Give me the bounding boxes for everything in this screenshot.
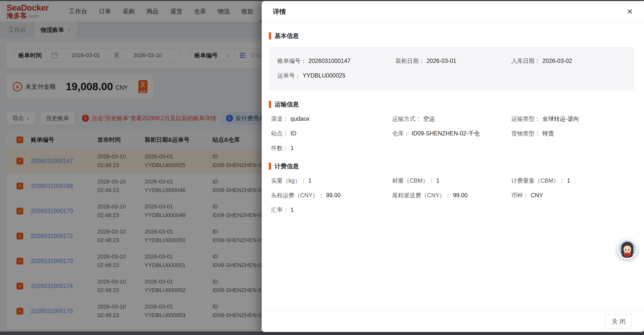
section-title: 基本信息 <box>275 32 299 40</box>
section-accent-bar <box>269 32 271 39</box>
section-accent-bar <box>269 163 271 170</box>
section-basic-info: 基本信息 <box>269 32 634 40</box>
field-inbound-date: 入库日期：2026-03-02 <box>511 57 629 65</box>
avatar-girl-illustration <box>618 240 636 258</box>
field-bill-no: 账单编号：2026031000147 <box>277 57 395 65</box>
field-transport-type: 运输类型：全球转运-逆向 <box>511 115 634 123</box>
detail-drawer: 详情 ✕ 基本信息 账单编号：2026031000147 装柜日期：2026-0… <box>262 1 644 332</box>
field-volume-weight: 材重（CBM）：1 <box>392 177 511 185</box>
drawer-footer: 关 闭 <box>262 311 644 332</box>
field-transport-mode: 运输方式：空运 <box>392 115 511 123</box>
section-transport-info: 运输信息 <box>269 100 634 108</box>
billing-info-grid: 实重（kg）：1 材重（CBM）：1 计费重量（CBM）：1 头程运费（CNY）… <box>271 177 634 214</box>
field-exchange-rate: 汇率：1 <box>271 206 392 214</box>
section-billing-info: 计费信息 <box>269 162 634 170</box>
field-actual-weight: 实重（kg）：1 <box>271 177 392 185</box>
field-chargeable-weight: 计费重量（CBM）：1 <box>511 177 634 185</box>
field-warehouse: 仓库：ID09-SHENZHEN-02-千仓 <box>392 130 511 137</box>
field-cargo-type: 货物类型：特货 <box>511 130 634 137</box>
field-site: 站点：ID <box>271 130 392 137</box>
section-title: 运输信息 <box>275 100 299 108</box>
field-channel: 渠道：qudaox <box>271 115 392 123</box>
basic-info-box: 账单编号：2026031000147 装柜日期：2026-03-01 入库日期：… <box>269 46 634 90</box>
close-button[interactable]: 关 闭 <box>605 315 632 329</box>
field-piece-count: 件数：1 <box>271 144 392 152</box>
section-title: 计费信息 <box>275 162 299 170</box>
field-last-mile-fee: 尾程派送费（CNY）：99.00 <box>392 192 511 199</box>
transport-info-grid: 渠道：qudaox 运输方式：空运 运输类型：全球转运-逆向 站点：ID 仓库：… <box>271 115 634 152</box>
section-accent-bar <box>269 101 271 108</box>
field-first-leg-fee: 头程运费（CNY）：99.00 <box>271 192 392 199</box>
assistant-avatar[interactable] <box>617 239 637 259</box>
field-waybill-no: 运单号：YYDBLU000025 <box>277 72 395 80</box>
close-icon[interactable]: ✕ <box>627 8 633 15</box>
field-currency: 币种：CNY <box>511 192 634 199</box>
field-load-date: 装柜日期：2026-03-01 <box>395 57 511 65</box>
drawer-title: 详情 <box>273 7 286 16</box>
drawer-body: 基本信息 账单编号：2026031000147 装柜日期：2026-03-01 … <box>262 23 644 311</box>
drawer-header: 详情 ✕ <box>262 1 644 23</box>
